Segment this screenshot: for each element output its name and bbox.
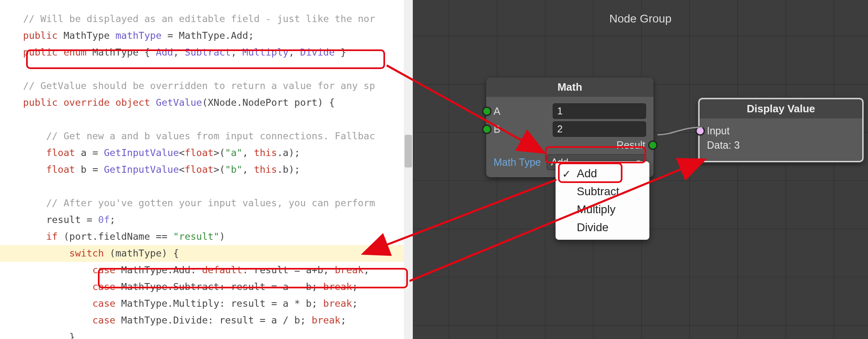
display-input-label: Input xyxy=(707,125,730,137)
code-line: case MathType.Subtract: result = a - b; … xyxy=(0,281,358,292)
node-header-math[interactable]: Math xyxy=(486,78,653,97)
dropdown-item-subtract[interactable]: Subtract xyxy=(556,183,649,201)
node-graph-pane[interactable]: Node Group Math A B Result Math Type Ad xyxy=(413,0,868,339)
code-line-highlighted: switch (mathType) { xyxy=(0,245,413,262)
result-label: Result xyxy=(616,139,645,151)
code-line: result = 0f; xyxy=(0,214,115,225)
port-in-input[interactable] xyxy=(695,126,705,136)
display-data-label: Data: 3 xyxy=(707,139,740,151)
dropdown-item-multiply[interactable]: Multiply xyxy=(556,201,649,219)
code-line: // GetValue should be overridden to retu… xyxy=(0,80,375,91)
code-line: public override object GetValue(XNode.No… xyxy=(0,97,335,108)
dropdown-item-add[interactable]: ✓ Add xyxy=(556,165,649,183)
graph-title: Node Group xyxy=(413,12,868,25)
code-line: public MathType mathType = MathType.Add; xyxy=(0,30,254,41)
node-display-value[interactable]: Display Value Input Data: 3 xyxy=(698,98,864,162)
code-line: } xyxy=(0,331,75,339)
code-line: // Get new a and b values from input con… xyxy=(0,130,375,142)
scrollbar-thumb[interactable] xyxy=(405,135,412,167)
code-line: case MathType.Multiply: result = a * b; … xyxy=(0,298,358,309)
code-editor-pane: // Will be displayed as an editable fiel… xyxy=(0,0,413,339)
math-type-label: Math Type xyxy=(494,156,547,168)
port-in-a[interactable] xyxy=(482,107,492,116)
code-line: case MathType.Divide: result = a / b; br… xyxy=(0,314,346,326)
input-b-field[interactable] xyxy=(553,121,646,137)
input-a-field[interactable] xyxy=(553,103,646,119)
input-b-label: B xyxy=(494,123,512,135)
code-line: float a = GetInputValue<float>("a", this… xyxy=(0,147,300,158)
check-icon: ✓ xyxy=(562,168,571,181)
port-in-b[interactable] xyxy=(482,125,492,134)
port-out-result[interactable] xyxy=(648,141,658,150)
code-line: public enum MathType { Add, Subtract, Mu… xyxy=(0,47,346,58)
code-block: // Will be displayed as an editable fiel… xyxy=(0,0,413,339)
input-a-label: A xyxy=(494,105,512,117)
code-line: // Will be displayed as an editable fiel… xyxy=(0,13,375,25)
node-header-display[interactable]: Display Value xyxy=(700,99,862,118)
dropdown-item-divide[interactable]: Divide xyxy=(556,219,649,236)
code-line: // After you've gotten your input values… xyxy=(0,197,375,209)
math-type-dropdown[interactable]: ✓ Add Subtract Multiply Divide xyxy=(556,161,649,240)
code-line: float b = GetInputValue<float>("b", this… xyxy=(0,164,300,175)
code-line: if (port.fieldName == "result") xyxy=(0,231,225,242)
code-line: case MathType.Add: default: result = a+b… xyxy=(0,264,370,276)
scrollbar[interactable] xyxy=(404,0,413,339)
